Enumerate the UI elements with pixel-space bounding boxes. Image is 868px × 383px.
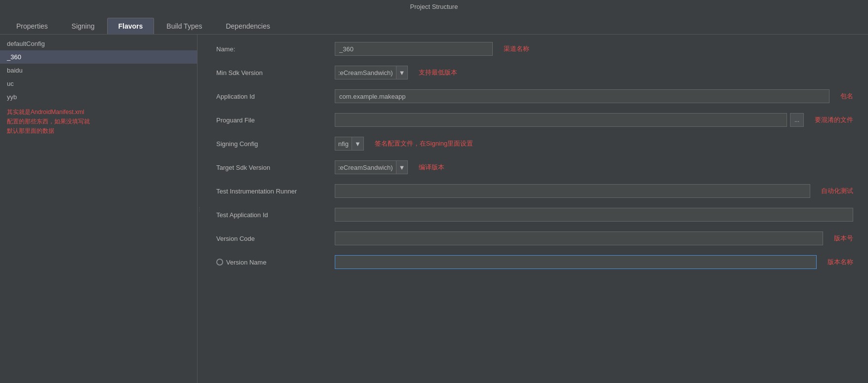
name-annotation: 渠道名称	[504, 44, 529, 53]
min-sdk-row: Min Sdk Version :eCreamSandwich) ▼ 支持最低版…	[216, 63, 853, 82]
sidebar-comment: 其实就是AndroidManifest.xml配置的那些东西，如果没填写就默认那…	[0, 104, 197, 140]
min-sdk-annotation: 支持最低版本	[419, 68, 457, 77]
min-sdk-value: :eCreamSandwich)	[335, 67, 396, 78]
version-name-label-container: Version Name	[216, 259, 335, 266]
sidebar: defaultConfig _360 baidu uc yyb 其实就是Andr…	[0, 35, 197, 383]
target-sdk-arrow-icon[interactable]: ▼	[396, 161, 408, 174]
app-id-label: Application Id	[216, 93, 335, 100]
proguard-input-area: ... 要混淆的文件	[335, 113, 853, 127]
tab-bar: Properties Signing Flavors Build Types D…	[0, 14, 868, 35]
signing-input-area: nfig ▼ 签名配置文件，在Signing里面设置	[335, 137, 853, 151]
test-app-id-input[interactable]	[335, 208, 853, 222]
app-id-input[interactable]	[335, 89, 829, 103]
proguard-label: Proguard File	[216, 116, 335, 124]
version-code-row: Version Code 版本号	[216, 229, 853, 248]
version-name-input-area: 版本名称	[335, 255, 853, 269]
app-id-input-area: 包名	[335, 89, 853, 103]
proguard-row: Proguard File ... 要混淆的文件	[216, 111, 853, 129]
target-sdk-dropdown[interactable]: :eCreamSandwich) ▼	[335, 160, 408, 174]
sidebar-item-baidu[interactable]: baidu	[0, 64, 197, 77]
version-code-input-area: 版本号	[335, 231, 853, 245]
signing-annotation: 签名配置文件，在Signing里面设置	[375, 139, 473, 148]
tab-signing[interactable]: Signing	[60, 18, 106, 34]
test-app-id-row: Test Application Id	[216, 205, 853, 224]
app-id-row: Application Id 包名	[216, 87, 853, 106]
sidebar-item-360[interactable]: _360	[0, 50, 197, 64]
form-panel: Name: 渠道名称 Min Sdk Version :eCreamSandwi…	[201, 35, 868, 383]
signing-label: Signing Config	[216, 140, 335, 148]
title-bar: Project Structure	[0, 0, 868, 14]
sidebar-item-defaultconfig[interactable]: defaultConfig	[0, 37, 197, 50]
target-sdk-annotation: 编译版本	[419, 163, 444, 172]
target-sdk-label: Target Sdk Version	[216, 164, 335, 171]
signing-dropdown[interactable]: nfig ▼	[335, 137, 364, 151]
min-sdk-dropdown[interactable]: :eCreamSandwich) ▼	[335, 66, 408, 79]
version-name-radio-icon[interactable]	[216, 259, 223, 266]
test-runner-input[interactable]	[335, 184, 810, 198]
test-runner-label: Test Instrumentation Runner	[216, 188, 335, 195]
sidebar-item-uc[interactable]: uc	[0, 77, 197, 90]
version-name-input[interactable]	[335, 255, 817, 269]
proguard-browse-button[interactable]: ...	[790, 113, 804, 127]
sidebar-item-yyb[interactable]: yyb	[0, 90, 197, 104]
target-sdk-input-area: :eCreamSandwich) ▼ 编译版本	[335, 160, 853, 174]
min-sdk-arrow-icon[interactable]: ▼	[396, 66, 408, 79]
app-id-annotation: 包名	[840, 92, 853, 101]
tab-build-types[interactable]: Build Types	[155, 18, 213, 34]
main-content: defaultConfig _360 baidu uc yyb 其实就是Andr…	[0, 35, 868, 383]
signing-value: nfig	[335, 138, 352, 150]
tab-properties[interactable]: Properties	[5, 18, 59, 34]
proguard-annotation: 要混淆的文件	[815, 115, 853, 124]
name-input-area: 渠道名称	[335, 42, 853, 56]
proguard-input[interactable]	[335, 113, 787, 127]
name-row: Name: 渠道名称	[216, 39, 853, 58]
window-title: Project Structure	[410, 3, 458, 10]
tab-dependencies[interactable]: Dependencies	[214, 18, 281, 34]
signing-arrow-icon[interactable]: ▼	[352, 137, 363, 150]
version-name-label: Version Name	[226, 259, 267, 266]
resize-handle[interactable]: ⋮	[197, 35, 201, 383]
name-label: Name:	[216, 45, 335, 53]
min-sdk-input-area: :eCreamSandwich) ▼ 支持最低版本	[335, 66, 853, 79]
version-code-input[interactable]	[335, 231, 823, 245]
version-name-row: Version Name 版本名称	[216, 253, 853, 271]
test-runner-row: Test Instrumentation Runner 自动化测试	[216, 182, 853, 200]
name-input[interactable]	[335, 42, 493, 56]
tab-flavors[interactable]: Flavors	[107, 18, 155, 34]
test-runner-annotation: 自动化测试	[821, 187, 853, 195]
version-code-label: Version Code	[216, 235, 335, 242]
test-app-id-input-area	[335, 208, 853, 222]
version-name-annotation: 版本名称	[828, 258, 853, 267]
signing-row: Signing Config nfig ▼ 签名配置文件，在Signing里面设…	[216, 134, 853, 153]
version-code-annotation: 版本号	[834, 234, 853, 243]
test-app-id-label: Test Application Id	[216, 211, 335, 219]
target-sdk-value: :eCreamSandwich)	[335, 162, 396, 173]
min-sdk-label: Min Sdk Version	[216, 69, 335, 77]
test-runner-input-area: 自动化测试	[335, 184, 853, 198]
target-sdk-row: Target Sdk Version :eCreamSandwich) ▼ 编译…	[216, 158, 853, 177]
